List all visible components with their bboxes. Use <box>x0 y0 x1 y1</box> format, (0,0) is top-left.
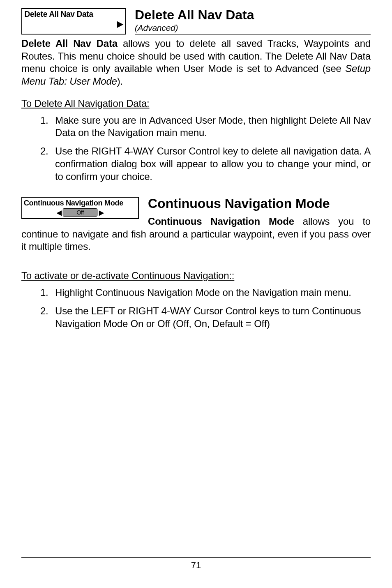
section2-paragraph: Continuous Navigation Mode allows you to… <box>21 215 371 253</box>
page-footer: 71 <box>21 557 371 571</box>
section2-steps: Highlight Continuous Navigation Mode on … <box>21 286 371 330</box>
list-item: Use the RIGHT 4-WAY Cursor Control key t… <box>51 145 371 183</box>
menu-item-continuous-navigation-mode: Continuous Navigation Mode ◀ Off ▶ <box>21 197 139 219</box>
section1-paragraph: Delete All Nav Data allows you to delete… <box>21 37 371 88</box>
divider <box>21 557 371 558</box>
menu-control-row: ◀ Off ▶ <box>24 208 137 217</box>
arrow-right-icon: ▶ <box>117 20 123 28</box>
divider <box>145 213 371 213</box>
menu-item-delete-all-nav-data: Delete All Nav Data ▶ <box>21 8 126 35</box>
paragraph-end: ). <box>117 76 123 87</box>
divider <box>135 35 371 35</box>
section2-header: Continuous Navigation Mode ◀ Off ▶ Conti… <box>21 197 371 263</box>
section2-steps-heading: To activate or de-activate Continuous Na… <box>21 270 371 281</box>
section2: Continuous Navigation Mode ◀ Off ▶ Conti… <box>21 197 371 330</box>
paragraph-lead: Delete All Nav Data <box>21 38 118 49</box>
section1-steps-heading: To Delete All Navigation Data: <box>21 98 371 109</box>
section1-subtitle: (Advanced) <box>135 23 371 33</box>
arrow-right-icon: ▶ <box>99 209 104 217</box>
list-item: Highlight Continuous Navigation Mode on … <box>51 286 371 299</box>
menu-item-label: Delete All Nav Data <box>25 9 123 19</box>
section1-header: Delete All Nav Data ▶ Delete All Nav Dat… <box>21 8 371 35</box>
section1-steps: Make sure you are in Advanced User Mode,… <box>21 114 371 183</box>
list-item: Make sure you are in Advanced User Mode,… <box>51 114 371 139</box>
menu-item-label: Continuous Navigation Mode <box>24 198 137 208</box>
page-number: 71 <box>191 560 201 570</box>
paragraph-lead: Continuous Navigation Mode <box>148 216 294 227</box>
section1-title-block: Delete All Nav Data (Advanced) <box>135 8 371 35</box>
arrow-left-icon: ◀ <box>57 209 61 217</box>
value-pill: Off <box>63 208 97 217</box>
section1-title: Delete All Nav Data <box>135 8 371 22</box>
list-item: Use the LEFT or RIGHT 4-WAY Cursor Contr… <box>51 305 371 330</box>
